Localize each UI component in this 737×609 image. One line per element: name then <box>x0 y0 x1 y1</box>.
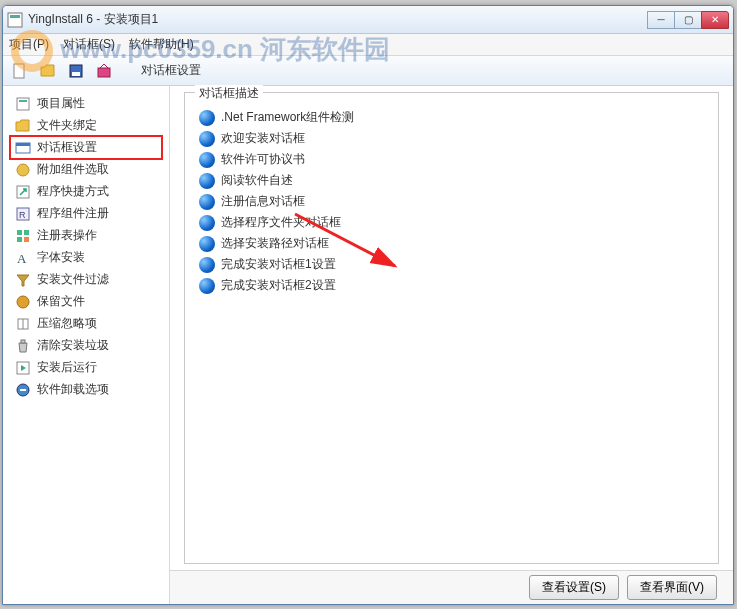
dialog-list-item[interactable]: 软件许可协议书 <box>195 149 708 170</box>
globe-icon <box>199 131 215 147</box>
keep-icon <box>15 294 31 310</box>
dialog-list-item[interactable]: 选择程序文件夹对话框 <box>195 212 708 233</box>
menu-help[interactable]: 软件帮助(H) <box>129 36 194 53</box>
toolbar-build-button[interactable] <box>93 60 115 82</box>
svg-rect-4 <box>72 72 80 76</box>
titlebar[interactable]: YingInstall 6 - 安装项目1 ─ ▢ ✕ <box>3 6 733 34</box>
sidebar-item-register[interactable]: R程序组件注册 <box>11 203 161 224</box>
sidebar-item-shortcut[interactable]: 程序快捷方式 <box>11 181 161 202</box>
dialog-item-label: 完成安装对话框2设置 <box>221 277 336 294</box>
dialog-item-label: 软件许可协议书 <box>221 151 305 168</box>
svg-text:A: A <box>17 251 27 266</box>
sidebar-item-label: 程序快捷方式 <box>37 183 109 200</box>
dialog-item-label: 欢迎安装对话框 <box>221 130 305 147</box>
dialog-list-item[interactable]: 注册信息对话框 <box>195 191 708 212</box>
filter-icon <box>15 272 31 288</box>
menubar: 项目(P) 对话框(S) 软件帮助(H) <box>3 34 733 56</box>
breadcrumb: 对话框设置 <box>141 62 201 79</box>
dialog-list-item[interactable]: 欢迎安装对话框 <box>195 128 708 149</box>
sidebar-item-props[interactable]: 项目属性 <box>11 93 161 114</box>
sidebar-item-addon[interactable]: 附加组件选取 <box>11 159 161 180</box>
dialog-list-item[interactable]: 选择安装路径对话框 <box>195 233 708 254</box>
clean-icon <box>15 338 31 354</box>
sidebar-item-label: 对话框设置 <box>37 139 97 156</box>
sidebar-item-label: 保留文件 <box>37 293 85 310</box>
view-settings-button[interactable]: 查看设置(S) <box>529 575 619 600</box>
sidebar-item-registry[interactable]: 注册表操作 <box>11 225 161 246</box>
dialog-list: .Net Framework组件检测欢迎安装对话框软件许可协议书阅读软件自述注册… <box>195 107 708 296</box>
dialog-description-group: 对话框描述 .Net Framework组件检测欢迎安装对话框软件许可协议书阅读… <box>184 92 719 564</box>
minimize-button[interactable]: ─ <box>647 11 675 29</box>
window-title: YingInstall 6 - 安装项目1 <box>28 11 648 28</box>
dialog-list-item[interactable]: 完成安装对话框1设置 <box>195 254 708 275</box>
dialog-list-item[interactable]: .Net Framework组件检测 <box>195 107 708 128</box>
main-panel: 对话框描述 .Net Framework组件检测欢迎安装对话框软件许可协议书阅读… <box>170 86 733 604</box>
groupbox-title: 对话框描述 <box>195 85 263 102</box>
sidebar-item-label: 清除安装垃圾 <box>37 337 109 354</box>
sidebar-item-uninstall[interactable]: 软件卸载选项 <box>11 379 161 400</box>
globe-icon <box>199 257 215 273</box>
dialog-icon <box>15 140 31 156</box>
globe-icon <box>199 278 215 294</box>
toolbar-open-button[interactable] <box>37 60 59 82</box>
sidebar-item-run[interactable]: 安装后运行 <box>11 357 161 378</box>
sidebar-item-label: 附加组件选取 <box>37 161 109 178</box>
addon-icon <box>15 162 31 178</box>
sidebar-item-keep[interactable]: 保留文件 <box>11 291 161 312</box>
bottom-bar: 查看设置(S) 查看界面(V) <box>170 570 733 604</box>
folder-icon <box>15 118 31 134</box>
sidebar-item-dialog[interactable]: 对话框设置 <box>11 137 161 158</box>
svg-rect-14 <box>17 230 22 235</box>
globe-icon <box>199 152 215 168</box>
svg-rect-17 <box>24 237 29 242</box>
sidebar-item-label: 程序组件注册 <box>37 205 109 222</box>
globe-icon <box>199 236 215 252</box>
sidebar-item-clean[interactable]: 清除安装垃圾 <box>11 335 161 356</box>
props-icon <box>15 96 31 112</box>
globe-icon <box>199 215 215 231</box>
maximize-button[interactable]: ▢ <box>674 11 702 29</box>
globe-icon <box>199 110 215 126</box>
content-area: 项目属性文件夹绑定对话框设置附加组件选取程序快捷方式R程序组件注册注册表操作A字… <box>3 86 733 604</box>
menu-project[interactable]: 项目(P) <box>9 36 49 53</box>
svg-rect-7 <box>19 100 27 102</box>
sidebar-item-label: 字体安装 <box>37 249 85 266</box>
sidebar-item-label: 安装文件过滤 <box>37 271 109 288</box>
sidebar-item-folder[interactable]: 文件夹绑定 <box>11 115 161 136</box>
sidebar-item-label: 项目属性 <box>37 95 85 112</box>
sidebar-item-label: 软件卸载选项 <box>37 381 109 398</box>
globe-icon <box>199 173 215 189</box>
uninstall-icon <box>15 382 31 398</box>
dialog-item-label: 选择程序文件夹对话框 <box>221 214 341 231</box>
view-interface-button[interactable]: 查看界面(V) <box>627 575 717 600</box>
sidebar-item-label: 文件夹绑定 <box>37 117 97 134</box>
sidebar-item-label: 压缩忽略项 <box>37 315 97 332</box>
run-icon <box>15 360 31 376</box>
sidebar-item-label: 注册表操作 <box>37 227 97 244</box>
svg-rect-5 <box>98 68 110 77</box>
svg-point-10 <box>17 164 29 176</box>
svg-rect-22 <box>21 340 25 343</box>
sidebar-item-compress[interactable]: 压缩忽略项 <box>11 313 161 334</box>
svg-point-19 <box>17 296 29 308</box>
svg-rect-1 <box>10 15 20 18</box>
sidebar: 项目属性文件夹绑定对话框设置附加组件选取程序快捷方式R程序组件注册注册表操作A字… <box>3 86 170 604</box>
dialog-item-label: 阅读软件自述 <box>221 172 293 189</box>
dialog-item-label: 完成安装对话框1设置 <box>221 256 336 273</box>
sidebar-item-filter[interactable]: 安装文件过滤 <box>11 269 161 290</box>
main-window: YingInstall 6 - 安装项目1 ─ ▢ ✕ 项目(P) 对话框(S)… <box>2 5 734 605</box>
menu-dialog[interactable]: 对话框(S) <box>63 36 115 53</box>
close-button[interactable]: ✕ <box>701 11 729 29</box>
dialog-list-item[interactable]: 阅读软件自述 <box>195 170 708 191</box>
dialog-item-label: 选择安装路径对话框 <box>221 235 329 252</box>
sidebar-item-font[interactable]: A字体安装 <box>11 247 161 268</box>
svg-rect-16 <box>17 237 22 242</box>
dialog-list-item[interactable]: 完成安装对话框2设置 <box>195 275 708 296</box>
toolbar-save-button[interactable] <box>65 60 87 82</box>
svg-rect-15 <box>24 230 29 235</box>
compress-icon <box>15 316 31 332</box>
toolbar-new-button[interactable] <box>9 60 31 82</box>
globe-icon <box>199 194 215 210</box>
svg-rect-2 <box>14 64 24 78</box>
font-icon: A <box>15 250 31 266</box>
